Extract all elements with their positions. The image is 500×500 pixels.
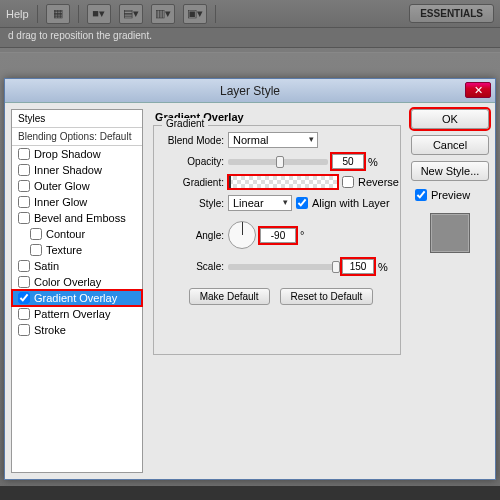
style-item-texture[interactable]: Texture bbox=[12, 242, 142, 258]
preview-row: Preview bbox=[411, 189, 489, 201]
close-icon[interactable]: ✕ bbox=[465, 82, 491, 98]
style-item-label: Drop Shadow bbox=[34, 148, 101, 160]
style-item-inner-glow[interactable]: Inner Glow bbox=[12, 194, 142, 210]
dialog-right-column: OK Cancel New Style... Preview bbox=[411, 109, 489, 473]
preview-label: Preview bbox=[431, 189, 470, 201]
style-item-label: Satin bbox=[34, 260, 59, 272]
main-toolbar: Help ▦ ■▾ ▤▾ ▥▾ ▣▾ ESSENTIALS bbox=[0, 0, 500, 28]
align-label: Align with Layer bbox=[312, 197, 390, 209]
style-checkbox[interactable] bbox=[30, 228, 42, 240]
style-checkbox[interactable] bbox=[18, 148, 30, 160]
reverse-label: Reverse bbox=[358, 176, 399, 188]
scale-slider[interactable] bbox=[228, 264, 338, 270]
opacity-row: Opacity: 50 % bbox=[162, 154, 400, 169]
gradient-row: Gradient: Reverse bbox=[162, 175, 400, 189]
style-checkbox[interactable] bbox=[30, 244, 42, 256]
angle-row: Angle: -90 ° bbox=[162, 221, 400, 249]
dialog-titlebar[interactable]: Layer Style ✕ bbox=[5, 79, 495, 103]
workspace-essentials-button[interactable]: ESSENTIALS bbox=[409, 4, 494, 23]
style-checkbox[interactable] bbox=[18, 212, 30, 224]
style-item-label: Outer Glow bbox=[34, 180, 90, 192]
percent-label: % bbox=[378, 261, 388, 273]
style-item-gradient-overlay[interactable]: Gradient Overlay bbox=[12, 290, 142, 306]
gradient-label: Gradient: bbox=[162, 177, 224, 188]
style-item-label: Stroke bbox=[34, 324, 66, 336]
cancel-button[interactable]: Cancel bbox=[411, 135, 489, 155]
angle-dial[interactable] bbox=[228, 221, 256, 249]
style-checkbox[interactable] bbox=[18, 292, 30, 304]
style-select[interactable]: Linear bbox=[228, 195, 292, 211]
style-item-label: Texture bbox=[46, 244, 82, 256]
style-item-label: Contour bbox=[46, 228, 85, 240]
toolbar-icon-2[interactable]: ■▾ bbox=[87, 4, 111, 24]
style-checkbox[interactable] bbox=[18, 260, 30, 272]
style-checkbox[interactable] bbox=[18, 324, 30, 336]
style-item-label: Inner Glow bbox=[34, 196, 87, 208]
toolbar-separator bbox=[215, 5, 216, 23]
fieldset-legend: Gradient bbox=[162, 118, 208, 129]
styles-list: Drop ShadowInner ShadowOuter GlowInner G… bbox=[12, 146, 142, 338]
dialog-title: Layer Style bbox=[5, 84, 495, 98]
toolbar-icon-5[interactable]: ▣▾ bbox=[183, 4, 207, 24]
degree-label: ° bbox=[300, 229, 304, 241]
styles-header[interactable]: Styles bbox=[12, 110, 142, 128]
app-window: Help ▦ ■▾ ▤▾ ▥▾ ▣▾ ESSENTIALS d drag to … bbox=[0, 0, 500, 500]
style-item-label: Pattern Overlay bbox=[34, 308, 110, 320]
toolbar-icon-3[interactable]: ▤▾ bbox=[119, 4, 143, 24]
style-checkbox[interactable] bbox=[18, 276, 30, 288]
ok-button[interactable]: OK bbox=[411, 109, 489, 129]
style-item-inner-shadow[interactable]: Inner Shadow bbox=[12, 162, 142, 178]
make-default-button[interactable]: Make Default bbox=[189, 288, 270, 305]
blend-mode-select[interactable]: Normal bbox=[228, 132, 318, 148]
style-item-drop-shadow[interactable]: Drop Shadow bbox=[12, 146, 142, 162]
toolbar-separator bbox=[37, 5, 38, 23]
style-item-contour[interactable]: Contour bbox=[12, 226, 142, 242]
menu-help[interactable]: Help bbox=[6, 8, 29, 20]
style-item-pattern-overlay[interactable]: Pattern Overlay bbox=[12, 306, 142, 322]
new-style-button[interactable]: New Style... bbox=[411, 161, 489, 181]
style-item-stroke[interactable]: Stroke bbox=[12, 322, 142, 338]
style-checkbox[interactable] bbox=[18, 196, 30, 208]
preview-swatch bbox=[430, 213, 470, 253]
angle-input[interactable]: -90 bbox=[260, 228, 296, 243]
toolbar-separator bbox=[78, 5, 79, 23]
style-item-outer-glow[interactable]: Outer Glow bbox=[12, 178, 142, 194]
style-item-label: Bevel and Emboss bbox=[34, 212, 126, 224]
blending-options-row[interactable]: Blending Options: Default bbox=[12, 128, 142, 146]
percent-label: % bbox=[368, 156, 378, 168]
style-checkbox[interactable] bbox=[18, 308, 30, 320]
gradient-picker[interactable] bbox=[228, 175, 338, 189]
options-hint-bar: d drag to reposition the gradient. bbox=[0, 28, 500, 48]
opacity-input[interactable]: 50 bbox=[332, 154, 364, 169]
style-item-color-overlay[interactable]: Color Overlay bbox=[12, 274, 142, 290]
opacity-label: Opacity: bbox=[162, 156, 224, 167]
preview-checkbox[interactable] bbox=[415, 189, 427, 201]
angle-label: Angle: bbox=[162, 230, 224, 241]
style-item-bevel-and-emboss[interactable]: Bevel and Emboss bbox=[12, 210, 142, 226]
style-item-satin[interactable]: Satin bbox=[12, 258, 142, 274]
styles-list-panel: Styles Blending Options: Default Drop Sh… bbox=[11, 109, 143, 473]
blend-mode-row: Blend Mode: Normal bbox=[162, 132, 400, 148]
reverse-checkbox[interactable] bbox=[342, 176, 354, 188]
blend-mode-label: Blend Mode: bbox=[162, 135, 224, 146]
opacity-slider[interactable] bbox=[228, 159, 328, 165]
layer-style-dialog: Layer Style ✕ Styles Blending Options: D… bbox=[4, 78, 496, 480]
toolbar-icon-4[interactable]: ▥▾ bbox=[151, 4, 175, 24]
style-label: Style: bbox=[162, 198, 224, 209]
style-checkbox[interactable] bbox=[18, 164, 30, 176]
style-checkbox[interactable] bbox=[18, 180, 30, 192]
scale-input[interactable]: 150 bbox=[342, 259, 374, 274]
style-item-label: Color Overlay bbox=[34, 276, 101, 288]
scale-label: Scale: bbox=[162, 261, 224, 272]
toolbar-icon-1[interactable]: ▦ bbox=[46, 4, 70, 24]
style-row: Style: Linear Align with Layer bbox=[162, 195, 400, 211]
gradient-fieldset: Gradient Blend Mode: Normal Opacity: 50 … bbox=[153, 125, 401, 355]
bottom-strip bbox=[0, 486, 500, 500]
reset-default-button[interactable]: Reset to Default bbox=[280, 288, 374, 305]
scale-row: Scale: 150 % bbox=[162, 259, 400, 274]
dialog-body: Styles Blending Options: Default Drop Sh… bbox=[5, 103, 495, 479]
align-checkbox[interactable] bbox=[296, 197, 308, 209]
style-item-label: Gradient Overlay bbox=[34, 292, 117, 304]
style-item-label: Inner Shadow bbox=[34, 164, 102, 176]
settings-pane: Gradient Overlay Gradient Blend Mode: No… bbox=[149, 109, 405, 473]
